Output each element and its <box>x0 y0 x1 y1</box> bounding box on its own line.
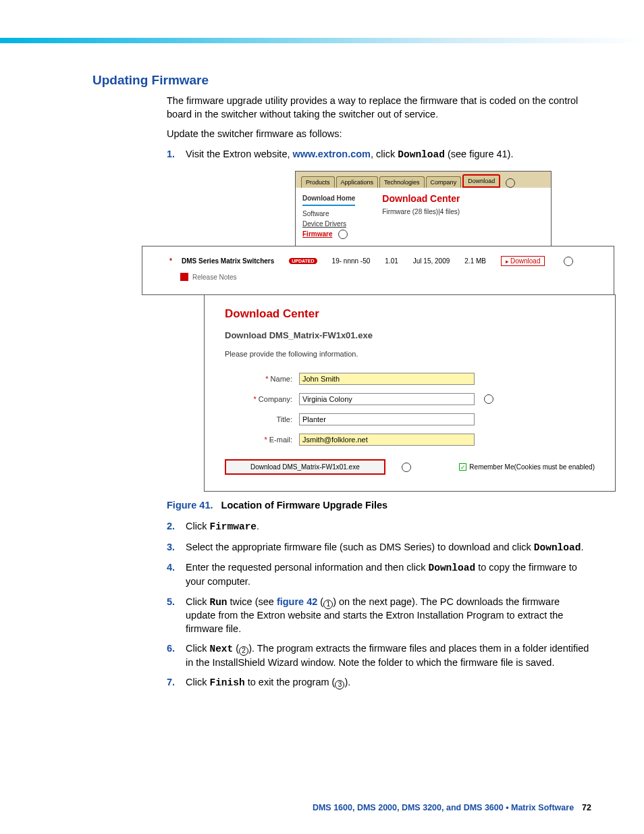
step-number-7: 7. <box>167 676 186 690</box>
step-7-text: Click Finish to exit the program (3). <box>186 676 592 690</box>
circled-2-icon: 2 <box>239 646 248 656</box>
figure-caption: Figure 41. Location of Firmware Upgrade … <box>167 500 592 511</box>
hand-cursor-icon <box>402 463 411 472</box>
download-file-name: Download DMS_Matrix-FW1x01.exe <box>225 330 595 340</box>
tab-products[interactable]: Products <box>301 176 335 188</box>
firmware-size: 2.1 MB <box>464 257 486 265</box>
website-nav-box: Products Applications Technologies Compa… <box>295 171 552 246</box>
firmware-item-name: DMS Series Matrix Switchers <box>182 257 274 265</box>
step-4-text: Enter the requested personal information… <box>186 561 592 588</box>
pdf-icon <box>180 273 188 281</box>
circled-1-icon: 1 <box>323 600 333 609</box>
hand-cursor-icon <box>564 257 573 266</box>
label-name: * Name: <box>225 375 292 383</box>
step-number-2: 2. <box>167 520 186 534</box>
nav-software[interactable]: Software <box>302 210 329 217</box>
intro-paragraph-1: The firmware upgrade utility provides a … <box>167 95 592 121</box>
firmware-part-number: 19- nnnn -50 <box>332 257 371 265</box>
step-number-3: 3. <box>167 541 186 555</box>
label-company: * Company: <box>225 395 292 403</box>
nav-download-home[interactable]: Download Home <box>302 193 355 206</box>
top-color-bar <box>0 38 644 43</box>
step-number-4: 4. <box>167 561 186 588</box>
firmware-date: Jul 15, 2009 <box>413 257 450 265</box>
step-6-text: Click Next (2). The program extracts the… <box>186 642 592 669</box>
checkbox-icon: ✓ <box>459 463 466 471</box>
list-bullet-icon: * <box>169 257 172 265</box>
figure-42-link[interactable]: figure 42 <box>277 596 317 607</box>
nav-sidebar: Download Home Software Device Drivers Fi… <box>302 193 355 239</box>
nav-firmware[interactable]: Firmware <box>302 230 332 238</box>
download-center-title: Download Center <box>382 193 460 204</box>
firmware-list-box: * DMS Series Matrix Switchers UPDATED 19… <box>142 246 614 295</box>
nav-device-drivers[interactable]: Device Drivers <box>302 220 346 228</box>
download-link[interactable]: Download <box>501 256 545 266</box>
section-heading: Updating Firmware <box>92 73 592 88</box>
step-3-text: Select the appropriate firmware file (su… <box>186 541 592 555</box>
tab-applications[interactable]: Applications <box>336 176 379 188</box>
label-title: Title: <box>225 415 292 423</box>
extron-link[interactable]: www.extron.com <box>293 149 371 159</box>
download-form-box: Download Center Download DMS_Matrix-FW1x… <box>204 294 616 492</box>
step-number-6: 6. <box>167 642 186 669</box>
step-5-text: Click Run twice (see figure 42 (1) on th… <box>186 596 592 636</box>
input-email[interactable] <box>299 434 475 446</box>
tab-company[interactable]: Company <box>426 176 462 188</box>
remember-me-checkbox[interactable]: ✓ Remember Me(Cookies must be enabled) <box>459 463 595 471</box>
website-tabs: Products Applications Technologies Compa… <box>296 172 551 188</box>
step-number-5: 5. <box>167 596 186 636</box>
release-notes-link[interactable]: Release Notes <box>192 273 237 281</box>
updated-badge: UPDATED <box>289 258 317 264</box>
tab-download[interactable]: Download <box>462 174 500 188</box>
figure-41: Products Applications Technologies Compa… <box>130 171 568 492</box>
circled-3-icon: 3 <box>335 680 344 689</box>
download-center-heading: Download Center <box>225 307 595 321</box>
tab-technologies[interactable]: Technologies <box>379 176 425 188</box>
step-1-text: Visit the Extron website, www.extron.com… <box>186 148 592 162</box>
form-instruction: Please provide the following information… <box>225 350 595 358</box>
firmware-file-count: Firmware (28 files)|4 files) <box>382 208 460 215</box>
firmware-version: 1.01 <box>385 257 398 265</box>
step-number-1: 1. <box>167 148 186 162</box>
input-title[interactable] <box>299 413 475 425</box>
hand-cursor-icon <box>484 394 493 404</box>
download-button[interactable]: Download DMS_Matrix-FW1x01.exe <box>225 459 385 475</box>
intro-paragraph-2: Update the switcher firmware as follows: <box>167 128 592 141</box>
page-footer: DMS 1600, DMS 2000, DMS 3200, and DMS 36… <box>313 803 591 812</box>
hand-cursor-icon <box>338 230 348 239</box>
step-2-text: Click Firmware. <box>186 520 592 534</box>
input-name[interactable] <box>299 373 475 385</box>
label-email: * E-mail: <box>225 436 292 444</box>
hand-cursor-icon <box>506 178 515 188</box>
input-company[interactable] <box>299 393 475 405</box>
